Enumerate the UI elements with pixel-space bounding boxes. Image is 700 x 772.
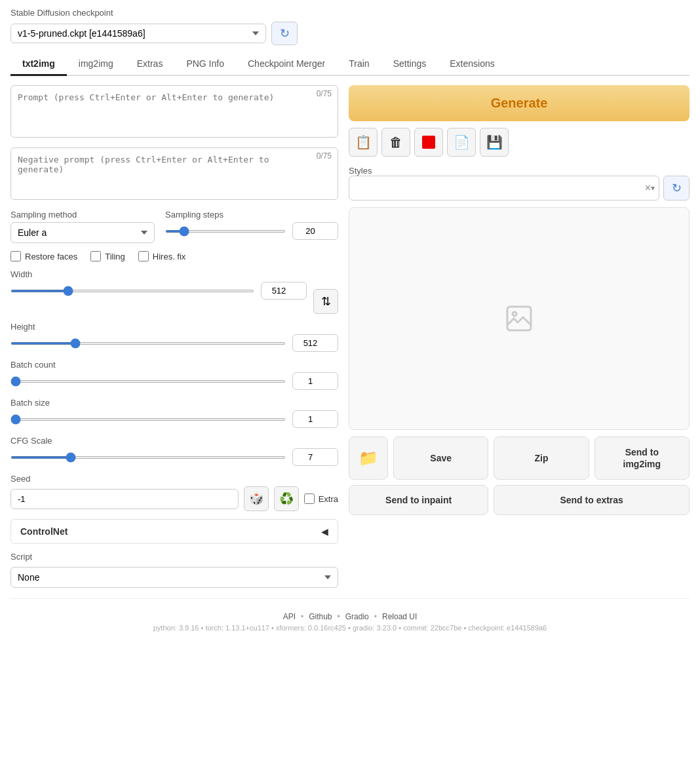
sampling-steps-col: Sampling steps <box>165 210 338 240</box>
seed-row: 🎲 ♻️ Extra <box>10 486 338 511</box>
batch-count-input[interactable] <box>292 372 338 390</box>
checkbox-row: Restore faces Tiling Hires. fix <box>10 251 338 261</box>
checkpoint-refresh-button[interactable]: ↻ <box>271 22 298 45</box>
generate-button[interactable]: Generate <box>349 85 690 121</box>
svg-point-1 <box>513 312 516 316</box>
styles-row: × ▾ ↻ <box>349 176 690 201</box>
restore-faces-checkbox[interactable] <box>10 251 21 261</box>
batch-size-row <box>10 410 338 428</box>
send-to-extras-button[interactable]: Send to extras <box>494 485 690 515</box>
tab-extensions[interactable]: Extensions <box>438 53 506 76</box>
save-button[interactable]: Save <box>393 436 488 480</box>
cfg-scale-row <box>10 448 338 466</box>
tab-txt2img[interactable]: txt2img <box>10 53 67 76</box>
script-label: Script <box>10 552 338 562</box>
trash-button[interactable]: 🗑 <box>381 128 410 157</box>
swap-dimensions-button[interactable]: ⇅ <box>313 289 338 314</box>
checkpoint-select[interactable]: v1-5-pruned.ckpt [e1441589a6] <box>10 24 266 43</box>
tab-pnginfo[interactable]: PNG Info <box>174 53 236 76</box>
batch-count-slider[interactable] <box>10 380 286 383</box>
stop-button[interactable] <box>414 128 443 157</box>
hires-fix-label[interactable]: Hires. fix <box>138 251 186 261</box>
footer-info: python: 3.9.16 • torch: 1.13.1+cu117 • x… <box>10 624 690 632</box>
tab-img2img[interactable]: img2img <box>67 53 125 76</box>
batch-count-label: Batch count <box>10 360 338 370</box>
tabs-bar: txt2img img2img Extras PNG Info Checkpoi… <box>10 53 690 76</box>
height-slider[interactable] <box>10 342 286 345</box>
height-input[interactable] <box>292 334 338 352</box>
prompt-input[interactable] <box>10 85 338 138</box>
sampling-steps-input[interactable] <box>292 222 338 240</box>
left-panel: 0/75 0/75 Sampling method Euler a Sampli… <box>10 85 338 588</box>
height-slider-row <box>10 334 338 352</box>
footer-links: API • Github • Gradio • Reload UI <box>10 612 690 621</box>
clipboard-button[interactable]: 📄 <box>447 128 476 157</box>
restore-faces-text: Restore faces <box>25 252 77 261</box>
send-to-inpaint-button[interactable]: Send to inpaint <box>349 485 488 515</box>
cfg-scale-slider[interactable] <box>10 456 286 459</box>
footer-api-link[interactable]: API <box>283 612 296 621</box>
zip-button[interactable]: Zip <box>494 436 589 480</box>
right-panel: Generate 📋 🗑 📄 💾 Styles × ▾ <box>349 85 690 588</box>
footer-reload-link[interactable]: Reload UI <box>382 612 417 621</box>
tab-checkpoint-merger[interactable]: Checkpoint Merger <box>236 53 337 76</box>
hires-fix-text: Hires. fix <box>153 252 186 261</box>
seed-input[interactable] <box>10 489 239 509</box>
cfg-scale-input[interactable] <box>292 448 338 466</box>
script-select[interactable]: None <box>10 567 338 588</box>
width-slider-row <box>10 282 307 299</box>
batch-count-row <box>10 372 338 390</box>
batch-count-col: Batch count <box>10 360 338 390</box>
seed-recycle-button[interactable]: ♻️ <box>274 486 299 511</box>
footer: API • Github • Gradio • Reload UI python… <box>10 598 690 638</box>
width-col: Width <box>10 269 307 299</box>
sampling-method-select[interactable]: Euler a <box>10 222 155 243</box>
styles-refresh-button[interactable]: ↻ <box>663 176 690 201</box>
neg-prompt-wrap: 0/75 <box>10 147 338 202</box>
footer-github-link[interactable]: Github <box>309 612 332 621</box>
action-buttons: 📁 Save Zip Send toimg2img Send to inpain… <box>349 436 690 515</box>
controlnet-section[interactable]: ControlNet ◀ <box>10 519 338 544</box>
save-style-button[interactable]: 💾 <box>480 128 509 157</box>
neg-prompt-input[interactable] <box>10 147 338 200</box>
sampling-steps-slider[interactable] <box>165 230 286 233</box>
tiling-checkbox[interactable] <box>90 251 101 261</box>
image-preview <box>349 207 690 430</box>
tab-extras[interactable]: Extras <box>125 53 175 76</box>
sampling-wrap: Sampling method Euler a Sampling steps <box>10 210 338 243</box>
hires-fix-checkbox[interactable] <box>138 251 149 261</box>
extra-checkbox[interactable] <box>304 493 315 504</box>
batch-size-input[interactable] <box>292 410 338 428</box>
seed-section: Seed 🎲 ♻️ Extra <box>10 474 338 511</box>
sampling-steps-label: Sampling steps <box>165 210 338 220</box>
footer-gradio-link[interactable]: Gradio <box>345 612 369 621</box>
dimension-row: Width ⇅ <box>10 269 338 314</box>
tab-train[interactable]: Train <box>337 53 381 76</box>
controlnet-collapse-icon: ◀ <box>321 526 328 537</box>
seed-dice-button[interactable]: 🎲 <box>244 486 269 511</box>
toolbar-row: 📋 🗑 📄 💾 <box>349 128 690 157</box>
sampling-method-label: Sampling method <box>10 210 155 220</box>
batch-size-col: Batch size <box>10 398 338 428</box>
restore-faces-label[interactable]: Restore faces <box>10 251 77 261</box>
height-label: Height <box>10 322 338 332</box>
extra-checkbox-label[interactable]: Extra <box>304 493 338 504</box>
neg-prompt-counter: 0/75 <box>317 151 332 161</box>
styles-dropdown-button[interactable]: ▾ <box>651 183 655 193</box>
paste-button[interactable]: 📋 <box>349 128 378 157</box>
extra-text: Extra <box>319 494 338 504</box>
tiling-label[interactable]: Tiling <box>90 251 125 261</box>
tiling-text: Tiling <box>105 252 125 261</box>
width-slider[interactable] <box>10 290 254 292</box>
sampling-method-col: Sampling method Euler a <box>10 210 155 243</box>
width-input[interactable] <box>261 282 307 299</box>
open-folder-button[interactable]: 📁 <box>349 436 388 480</box>
tab-settings[interactable]: Settings <box>381 53 438 76</box>
styles-clear-button[interactable]: × <box>645 182 651 194</box>
styles-section: Styles × ▾ ↻ <box>349 163 690 201</box>
styles-input[interactable] <box>353 183 645 193</box>
send-to-img2img-button[interactable]: Send toimg2img <box>594 436 690 480</box>
send-to-img2img-text: Send toimg2img <box>623 447 661 469</box>
cfg-scale-col: CFG Scale <box>10 436 338 466</box>
batch-size-slider[interactable] <box>10 418 286 421</box>
